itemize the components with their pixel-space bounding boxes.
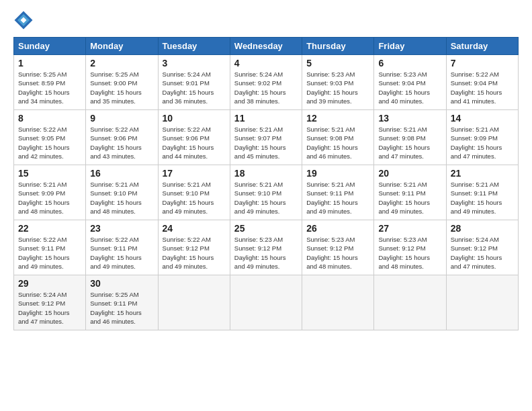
calendar-cell: 22Sunrise: 5:22 AMSunset: 9:11 PMDayligh… xyxy=(14,220,86,275)
calendar-cell: 14Sunrise: 5:21 AMSunset: 9:09 PMDayligh… xyxy=(446,110,518,165)
day-number: 28 xyxy=(451,223,514,234)
calendar-cell: 2Sunrise: 5:25 AMSunset: 9:00 PMDaylight… xyxy=(86,55,158,110)
day-number: 22 xyxy=(18,223,81,234)
day-info: Sunrise: 5:21 AMSunset: 9:11 PMDaylight:… xyxy=(451,180,514,216)
day-number: 27 xyxy=(378,223,441,234)
day-info: Sunrise: 5:21 AMSunset: 9:10 PMDaylight:… xyxy=(90,180,153,216)
calendar-cell: 29Sunrise: 5:24 AMSunset: 9:12 PMDayligh… xyxy=(14,275,86,330)
calendar-cell: 5Sunrise: 5:23 AMSunset: 9:03 PMDaylight… xyxy=(302,55,374,110)
day-number: 16 xyxy=(90,168,153,179)
weekday-header-wednesday: Wednesday xyxy=(230,38,302,55)
day-number: 10 xyxy=(163,113,226,124)
calendar-cell: 9Sunrise: 5:22 AMSunset: 9:06 PMDaylight… xyxy=(86,110,158,165)
calendar-cell: 20Sunrise: 5:21 AMSunset: 9:11 PMDayligh… xyxy=(374,165,446,220)
calendar-cell: 3Sunrise: 5:24 AMSunset: 9:01 PMDaylight… xyxy=(158,55,230,110)
day-info: Sunrise: 5:23 AMSunset: 9:12 PMDaylight:… xyxy=(378,235,441,271)
day-number: 2 xyxy=(90,58,153,68)
day-number: 25 xyxy=(234,223,298,234)
calendar-cell: 12Sunrise: 5:21 AMSunset: 9:08 PMDayligh… xyxy=(302,110,374,165)
day-info: Sunrise: 5:24 AMSunset: 9:12 PMDaylight:… xyxy=(18,290,81,326)
calendar-cell: 27Sunrise: 5:23 AMSunset: 9:12 PMDayligh… xyxy=(374,220,446,275)
calendar-cell: 25Sunrise: 5:23 AMSunset: 9:12 PMDayligh… xyxy=(230,220,302,275)
day-number: 30 xyxy=(90,278,153,289)
day-info: Sunrise: 5:24 AMSunset: 9:02 PMDaylight:… xyxy=(234,70,298,105)
day-info: Sunrise: 5:21 AMSunset: 9:11 PMDaylight:… xyxy=(378,180,441,216)
day-info: Sunrise: 5:21 AMSunset: 9:09 PMDaylight:… xyxy=(451,125,514,161)
day-number: 26 xyxy=(306,223,369,234)
calendar-cell: 6Sunrise: 5:23 AMSunset: 9:04 PMDaylight… xyxy=(374,55,446,110)
day-info: Sunrise: 5:22 AMSunset: 9:06 PMDaylight:… xyxy=(163,125,226,161)
day-info: Sunrise: 5:23 AMSunset: 9:12 PMDaylight:… xyxy=(306,235,369,271)
calendar-cell: 8Sunrise: 5:22 AMSunset: 9:05 PMDaylight… xyxy=(14,110,86,165)
day-number: 19 xyxy=(306,168,369,179)
calendar-week-row: 22Sunrise: 5:22 AMSunset: 9:11 PMDayligh… xyxy=(14,220,519,275)
day-info: Sunrise: 5:22 AMSunset: 9:04 PMDaylight:… xyxy=(451,70,514,105)
calendar-cell: 11Sunrise: 5:21 AMSunset: 9:07 PMDayligh… xyxy=(230,110,302,165)
weekday-header-saturday: Saturday xyxy=(446,38,518,55)
day-number: 4 xyxy=(234,58,298,68)
day-info: Sunrise: 5:24 AMSunset: 9:12 PMDaylight:… xyxy=(451,235,514,271)
day-info: Sunrise: 5:23 AMSunset: 9:03 PMDaylight:… xyxy=(306,70,369,105)
calendar-cell: 28Sunrise: 5:24 AMSunset: 9:12 PMDayligh… xyxy=(446,220,518,275)
calendar-cell: 26Sunrise: 5:23 AMSunset: 9:12 PMDayligh… xyxy=(302,220,374,275)
day-info: Sunrise: 5:21 AMSunset: 9:11 PMDaylight:… xyxy=(306,180,369,216)
calendar-cell: 21Sunrise: 5:21 AMSunset: 9:11 PMDayligh… xyxy=(446,165,518,220)
day-info: Sunrise: 5:23 AMSunset: 9:04 PMDaylight:… xyxy=(378,70,441,105)
day-number: 15 xyxy=(18,168,81,179)
day-info: Sunrise: 5:22 AMSunset: 9:11 PMDaylight:… xyxy=(18,235,81,271)
day-number: 1 xyxy=(18,58,81,68)
calendar-cell: 4Sunrise: 5:24 AMSunset: 9:02 PMDaylight… xyxy=(230,55,302,110)
calendar-cell: 16Sunrise: 5:21 AMSunset: 9:10 PMDayligh… xyxy=(86,165,158,220)
day-info: Sunrise: 5:21 AMSunset: 9:10 PMDaylight:… xyxy=(163,180,226,216)
weekday-header-row: SundayMondayTuesdayWednesdayThursdayFrid… xyxy=(14,38,519,55)
logo-icon xyxy=(13,10,34,30)
day-number: 20 xyxy=(378,168,441,179)
day-number: 8 xyxy=(18,113,81,124)
day-number: 21 xyxy=(451,168,514,179)
day-info: Sunrise: 5:21 AMSunset: 9:08 PMDaylight:… xyxy=(306,125,369,161)
calendar-cell: 10Sunrise: 5:22 AMSunset: 9:06 PMDayligh… xyxy=(158,110,230,165)
calendar-cell: 18Sunrise: 5:21 AMSunset: 9:10 PMDayligh… xyxy=(230,165,302,220)
day-number: 11 xyxy=(234,113,298,124)
weekday-header-thursday: Thursday xyxy=(302,38,374,55)
calendar-cell: 23Sunrise: 5:22 AMSunset: 9:11 PMDayligh… xyxy=(86,220,158,275)
weekday-header-sunday: Sunday xyxy=(14,38,86,55)
calendar-cell: 17Sunrise: 5:21 AMSunset: 9:10 PMDayligh… xyxy=(158,165,230,220)
calendar-cell: 24Sunrise: 5:22 AMSunset: 9:12 PMDayligh… xyxy=(158,220,230,275)
day-number: 24 xyxy=(163,223,226,234)
day-info: Sunrise: 5:22 AMSunset: 9:12 PMDaylight:… xyxy=(163,235,226,271)
weekday-header-monday: Monday xyxy=(86,38,158,55)
day-number: 23 xyxy=(90,223,153,234)
calendar-cell xyxy=(302,275,374,330)
day-number: 17 xyxy=(163,168,226,179)
day-number: 3 xyxy=(163,58,226,68)
day-number: 9 xyxy=(90,113,153,124)
calendar-week-row: 8Sunrise: 5:22 AMSunset: 9:05 PMDaylight… xyxy=(14,110,519,165)
calendar-week-row: 29Sunrise: 5:24 AMSunset: 9:12 PMDayligh… xyxy=(14,275,519,330)
calendar-cell: 1Sunrise: 5:25 AMSunset: 8:59 PMDaylight… xyxy=(14,55,86,110)
calendar-week-row: 1Sunrise: 5:25 AMSunset: 8:59 PMDaylight… xyxy=(14,55,519,110)
weekday-header-friday: Friday xyxy=(374,38,446,55)
day-info: Sunrise: 5:21 AMSunset: 9:10 PMDaylight:… xyxy=(234,180,298,216)
calendar-cell: 15Sunrise: 5:21 AMSunset: 9:09 PMDayligh… xyxy=(14,165,86,220)
day-number: 12 xyxy=(306,113,369,124)
day-info: Sunrise: 5:23 AMSunset: 9:12 PMDaylight:… xyxy=(234,235,298,271)
header xyxy=(13,10,519,30)
calendar-cell: 13Sunrise: 5:21 AMSunset: 9:08 PMDayligh… xyxy=(374,110,446,165)
day-info: Sunrise: 5:25 AMSunset: 9:11 PMDaylight:… xyxy=(90,290,153,326)
calendar-week-row: 15Sunrise: 5:21 AMSunset: 9:09 PMDayligh… xyxy=(14,165,519,220)
day-number: 7 xyxy=(451,58,514,68)
day-number: 14 xyxy=(451,113,514,124)
calendar-cell xyxy=(158,275,230,330)
calendar-cell xyxy=(446,275,518,330)
logo xyxy=(13,10,36,30)
day-info: Sunrise: 5:24 AMSunset: 9:01 PMDaylight:… xyxy=(163,70,226,105)
day-number: 5 xyxy=(306,58,369,68)
day-number: 6 xyxy=(378,58,441,68)
weekday-header-tuesday: Tuesday xyxy=(158,38,230,55)
calendar-cell xyxy=(230,275,302,330)
day-info: Sunrise: 5:25 AMSunset: 8:59 PMDaylight:… xyxy=(18,70,81,105)
calendar-cell: 19Sunrise: 5:21 AMSunset: 9:11 PMDayligh… xyxy=(302,165,374,220)
day-info: Sunrise: 5:22 AMSunset: 9:05 PMDaylight:… xyxy=(18,125,81,161)
calendar-cell: 7Sunrise: 5:22 AMSunset: 9:04 PMDaylight… xyxy=(446,55,518,110)
